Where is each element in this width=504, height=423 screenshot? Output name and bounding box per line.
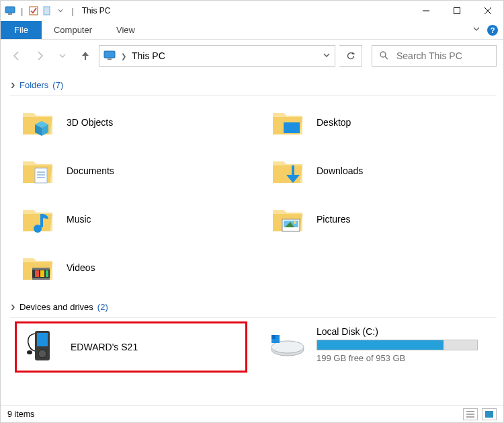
- svg-rect-14: [35, 168, 47, 183]
- folder-downloads[interactable]: Downloads: [269, 153, 493, 189]
- svg-rect-13: [284, 122, 300, 133]
- folder-videos[interactable]: Videos: [19, 249, 243, 286]
- folder-icon: [19, 249, 56, 286]
- folder-icon: [269, 201, 306, 237]
- svg-point-8: [380, 52, 386, 57]
- qat-newfolder-icon[interactable]: [42, 5, 52, 16]
- this-pc-icon: [5, 5, 15, 16]
- folder-label: Videos: [67, 262, 95, 273]
- folder-label: Documents: [67, 165, 114, 176]
- folder-label: Desktop: [317, 117, 351, 128]
- status-item-count: 9 items: [7, 410, 34, 419]
- status-bar: 9 items: [1, 405, 503, 422]
- tab-view[interactable]: View: [104, 21, 147, 39]
- maximize-button[interactable]: [442, 1, 472, 21]
- search-icon: [379, 50, 388, 62]
- folder-icon: [19, 153, 56, 189]
- address-bar[interactable]: ❯ This PC: [99, 45, 335, 67]
- svg-rect-6: [104, 51, 115, 58]
- folder-pictures[interactable]: Pictures: [269, 201, 493, 237]
- search-input[interactable]: [395, 50, 504, 62]
- up-button[interactable]: [76, 46, 95, 65]
- ribbon-expand-icon[interactable]: [468, 25, 485, 35]
- drive-free-space: 199 GB free of 953 GB: [317, 353, 478, 363]
- close-button[interactable]: [472, 1, 503, 21]
- chevron-down-icon: ❯: [10, 82, 15, 88]
- drive-capacity-bar: [317, 340, 478, 350]
- folder-label: Music: [67, 214, 91, 225]
- section-drives-header[interactable]: ❯ Devices and drives (2): [10, 298, 497, 318]
- svg-rect-31: [37, 333, 48, 346]
- svg-rect-28: [40, 270, 44, 277]
- media-player-icon: [24, 329, 60, 365]
- svg-rect-7: [108, 59, 112, 60]
- history-dropdown-icon[interactable]: [53, 46, 72, 65]
- view-details-button[interactable]: [463, 408, 478, 420]
- folder-icon: [269, 104, 306, 141]
- folder-3d-objects[interactable]: 3D Objects: [19, 104, 243, 141]
- minimize-button[interactable]: [411, 1, 442, 21]
- svg-rect-2: [30, 7, 38, 15]
- folder-icon: [19, 201, 56, 237]
- section-drives-label: Devices and drives: [19, 302, 93, 312]
- address-dropdown-icon[interactable]: [323, 51, 331, 61]
- section-folders-count: (7): [52, 80, 63, 90]
- drive-label: Local Disk (C:): [317, 326, 478, 337]
- qat-separator: |: [18, 6, 26, 16]
- qat-dropdown-icon[interactable]: [55, 5, 66, 16]
- folders-grid: 3D Objects Desktop: [10, 102, 497, 298]
- folder-label: 3D Objects: [67, 117, 113, 128]
- drives-grid: EDWARD's S21 Local Disk (C:) 199 GB free…: [10, 323, 497, 380]
- hard-disk-icon: [269, 326, 306, 362]
- tab-computer[interactable]: Computer: [42, 21, 104, 39]
- breadcrumb-location[interactable]: This PC: [132, 50, 165, 61]
- search-box[interactable]: [372, 45, 497, 67]
- qat-properties-icon[interactable]: [28, 5, 39, 16]
- folder-label: Pictures: [317, 214, 351, 225]
- section-drives-count: (2): [97, 302, 108, 312]
- folder-desktop[interactable]: Desktop: [269, 104, 493, 141]
- folder-icon: [269, 153, 306, 189]
- section-folders-label: Folders: [19, 80, 48, 90]
- file-tab[interactable]: File: [1, 21, 42, 39]
- svg-rect-29: [46, 270, 48, 277]
- chevron-down-icon: ❯: [10, 304, 15, 310]
- svg-rect-19: [40, 214, 43, 227]
- svg-rect-0: [5, 7, 15, 13]
- navigation-row: ❯ This PC: [1, 40, 503, 72]
- window-titlebar: | | This PC: [1, 1, 503, 21]
- section-folders-header[interactable]: ❯ Folders (7): [10, 76, 497, 96]
- back-button[interactable]: [7, 46, 26, 65]
- drive-local-disk-c[interactable]: Local Disk (C:) 199 GB free of 953 GB: [269, 326, 493, 368]
- svg-rect-41: [485, 411, 493, 418]
- ribbon: File Computer View ?: [1, 21, 503, 40]
- drive-capacity-fill: [317, 340, 444, 350]
- folder-music[interactable]: Music: [19, 201, 243, 237]
- svg-point-33: [27, 350, 32, 354]
- folder-label: Downloads: [317, 165, 363, 176]
- breadcrumb-separator-icon[interactable]: ❯: [121, 52, 126, 60]
- svg-rect-37: [271, 335, 276, 339]
- device-label: EDWARD's S21: [71, 342, 138, 352]
- folder-icon: [19, 104, 56, 141]
- svg-rect-1: [8, 13, 12, 15]
- folder-documents[interactable]: Documents: [19, 153, 243, 189]
- svg-point-32: [38, 350, 46, 358]
- svg-rect-27: [35, 270, 39, 277]
- view-large-icons-button[interactable]: [482, 408, 497, 420]
- svg-rect-5: [454, 8, 460, 14]
- refresh-button[interactable]: [339, 45, 362, 67]
- svg-point-23: [294, 221, 296, 224]
- svg-line-9: [385, 56, 388, 59]
- svg-rect-3: [44, 7, 50, 15]
- help-icon[interactable]: ?: [487, 25, 498, 36]
- forward-button[interactable]: [30, 46, 49, 65]
- device-edwards-s21[interactable]: EDWARD's S21: [19, 326, 243, 368]
- svg-rect-26: [32, 278, 50, 280]
- svg-rect-25: [32, 268, 50, 270]
- title-separator: |: [69, 6, 76, 16]
- address-location-icon: [103, 50, 116, 62]
- window-title: This PC: [79, 6, 111, 15]
- content-pane: ❯ Folders (7) 3D Objects: [1, 72, 503, 405]
